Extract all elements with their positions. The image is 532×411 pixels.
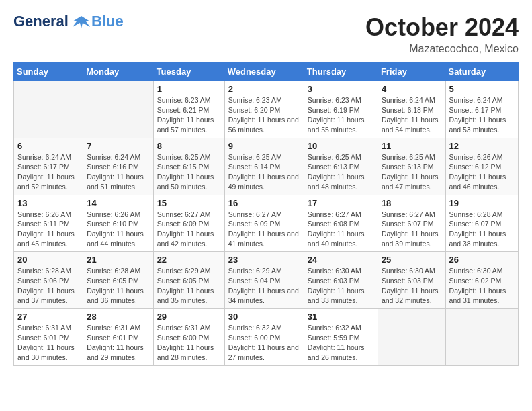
day-number: 19	[449, 198, 515, 208]
calendar-cell: 1 Sunrise: 6:23 AMSunset: 6:21 PMDayligh…	[153, 81, 224, 138]
calendar-cell: 3 Sunrise: 6:23 AMSunset: 6:19 PMDayligh…	[304, 81, 378, 138]
day-info: Sunrise: 6:25 AMSunset: 6:14 PMDaylight:…	[228, 152, 300, 192]
day-info: Sunrise: 6:25 AMSunset: 6:13 PMDaylight:…	[382, 152, 442, 192]
svg-marker-0	[73, 16, 90, 28]
calendar-cell: 18 Sunrise: 6:27 AMSunset: 6:07 PMDaylig…	[378, 195, 445, 252]
day-number: 5	[449, 84, 515, 94]
weekday-header-thursday: Thursday	[304, 62, 378, 81]
logo: General Blue	[13, 13, 124, 30]
day-number: 25	[382, 255, 442, 265]
calendar-cell: 29 Sunrise: 6:31 AMSunset: 6:00 PMDaylig…	[153, 309, 224, 366]
day-number: 31	[308, 312, 374, 322]
weekday-header-row: SundayMondayTuesdayWednesdayThursdayFrid…	[14, 62, 519, 81]
day-number: 28	[87, 312, 149, 322]
week-row-1: 1 Sunrise: 6:23 AMSunset: 6:21 PMDayligh…	[14, 81, 519, 138]
weekday-header-wednesday: Wednesday	[224, 62, 304, 81]
calendar-cell: 21 Sunrise: 6:28 AMSunset: 6:05 PMDaylig…	[83, 252, 153, 309]
day-info: Sunrise: 6:23 AMSunset: 6:19 PMDaylight:…	[308, 95, 374, 135]
day-info: Sunrise: 6:30 AMSunset: 6:02 PMDaylight:…	[449, 266, 515, 306]
day-number: 3	[308, 84, 374, 94]
day-info: Sunrise: 6:31 AMSunset: 6:00 PMDaylight:…	[157, 323, 221, 363]
calendar-cell: 10 Sunrise: 6:25 AMSunset: 6:13 PMDaylig…	[304, 138, 378, 195]
calendar-cell: 16 Sunrise: 6:27 AMSunset: 6:09 PMDaylig…	[224, 195, 304, 252]
day-number: 18	[382, 198, 442, 208]
calendar-cell: 5 Sunrise: 6:24 AMSunset: 6:17 PMDayligh…	[445, 81, 518, 138]
calendar-cell: 12 Sunrise: 6:26 AMSunset: 6:12 PMDaylig…	[445, 138, 518, 195]
calendar-cell	[378, 309, 445, 366]
weekday-header-sunday: Sunday	[14, 62, 83, 81]
day-info: Sunrise: 6:31 AMSunset: 6:01 PMDaylight:…	[17, 323, 79, 363]
day-info: Sunrise: 6:24 AMSunset: 6:17 PMDaylight:…	[17, 152, 79, 192]
day-info: Sunrise: 6:27 AMSunset: 6:09 PMDaylight:…	[157, 210, 221, 249]
day-number: 10	[308, 141, 374, 151]
day-number: 4	[382, 84, 442, 94]
day-number: 24	[308, 255, 374, 265]
day-info: Sunrise: 6:27 AMSunset: 6:09 PMDaylight:…	[228, 210, 300, 249]
day-number: 26	[449, 255, 515, 265]
day-number: 2	[228, 84, 300, 94]
calendar-cell: 26 Sunrise: 6:30 AMSunset: 6:02 PMDaylig…	[445, 252, 518, 309]
day-number: 7	[87, 141, 149, 151]
calendar-cell: 27 Sunrise: 6:31 AMSunset: 6:01 PMDaylig…	[14, 309, 83, 366]
day-number: 1	[157, 84, 221, 94]
calendar-cell	[445, 309, 518, 366]
calendar-cell: 6 Sunrise: 6:24 AMSunset: 6:17 PMDayligh…	[14, 138, 83, 195]
day-info: Sunrise: 6:28 AMSunset: 6:05 PMDaylight:…	[87, 266, 149, 306]
day-info: Sunrise: 6:24 AMSunset: 6:17 PMDaylight:…	[449, 95, 515, 135]
week-row-3: 13 Sunrise: 6:26 AMSunset: 6:11 PMDaylig…	[14, 195, 519, 252]
day-info: Sunrise: 6:29 AMSunset: 6:04 PMDaylight:…	[228, 266, 300, 306]
day-number: 6	[17, 141, 79, 151]
day-number: 20	[17, 255, 79, 265]
day-info: Sunrise: 6:25 AMSunset: 6:15 PMDaylight:…	[157, 152, 221, 192]
title-block: October 2024 Mazatecochco, Mexico	[365, 13, 519, 55]
calendar-cell: 24 Sunrise: 6:30 AMSunset: 6:03 PMDaylig…	[304, 252, 378, 309]
calendar-cell: 30 Sunrise: 6:32 AMSunset: 6:00 PMDaylig…	[224, 309, 304, 366]
day-number: 11	[382, 141, 442, 151]
calendar-cell: 8 Sunrise: 6:25 AMSunset: 6:15 PMDayligh…	[153, 138, 224, 195]
day-number: 29	[157, 312, 221, 322]
calendar-cell	[14, 81, 83, 138]
day-info: Sunrise: 6:32 AMSunset: 5:59 PMDaylight:…	[308, 323, 374, 363]
weekday-header-saturday: Saturday	[445, 62, 518, 81]
calendar-cell: 14 Sunrise: 6:26 AMSunset: 6:10 PMDaylig…	[83, 195, 153, 252]
day-number: 9	[228, 141, 300, 151]
calendar-cell: 20 Sunrise: 6:28 AMSunset: 6:06 PMDaylig…	[14, 252, 83, 309]
logo-blue: Blue	[91, 13, 124, 30]
week-row-5: 27 Sunrise: 6:31 AMSunset: 6:01 PMDaylig…	[14, 309, 519, 366]
day-info: Sunrise: 6:26 AMSunset: 6:11 PMDaylight:…	[17, 210, 79, 249]
day-info: Sunrise: 6:23 AMSunset: 6:20 PMDaylight:…	[228, 95, 300, 135]
calendar-cell: 15 Sunrise: 6:27 AMSunset: 6:09 PMDaylig…	[153, 195, 224, 252]
logo-bird-icon	[73, 15, 90, 30]
calendar-cell: 22 Sunrise: 6:29 AMSunset: 6:05 PMDaylig…	[153, 252, 224, 309]
weekday-header-friday: Friday	[378, 62, 445, 81]
month-title: October 2024	[365, 13, 519, 42]
day-info: Sunrise: 6:32 AMSunset: 6:00 PMDaylight:…	[228, 323, 300, 363]
day-info: Sunrise: 6:30 AMSunset: 6:03 PMDaylight:…	[382, 266, 442, 306]
day-info: Sunrise: 6:31 AMSunset: 6:01 PMDaylight:…	[87, 323, 149, 363]
day-number: 13	[17, 198, 79, 208]
calendar-cell: 2 Sunrise: 6:23 AMSunset: 6:20 PMDayligh…	[224, 81, 304, 138]
day-info: Sunrise: 6:30 AMSunset: 6:03 PMDaylight:…	[308, 266, 374, 306]
weekday-header-monday: Monday	[83, 62, 153, 81]
calendar-cell: 23 Sunrise: 6:29 AMSunset: 6:04 PMDaylig…	[224, 252, 304, 309]
calendar-cell: 31 Sunrise: 6:32 AMSunset: 5:59 PMDaylig…	[304, 309, 378, 366]
day-number: 17	[308, 198, 374, 208]
day-info: Sunrise: 6:28 AMSunset: 6:06 PMDaylight:…	[17, 266, 79, 306]
location-subtitle: Mazatecochco, Mexico	[365, 43, 519, 55]
day-info: Sunrise: 6:24 AMSunset: 6:16 PMDaylight:…	[87, 152, 149, 192]
day-info: Sunrise: 6:23 AMSunset: 6:21 PMDaylight:…	[157, 95, 221, 135]
day-info: Sunrise: 6:26 AMSunset: 6:12 PMDaylight:…	[449, 152, 515, 192]
day-number: 12	[449, 141, 515, 151]
calendar-cell: 28 Sunrise: 6:31 AMSunset: 6:01 PMDaylig…	[83, 309, 153, 366]
day-number: 8	[157, 141, 221, 151]
day-number: 30	[228, 312, 300, 322]
day-info: Sunrise: 6:29 AMSunset: 6:05 PMDaylight:…	[157, 266, 221, 306]
week-row-4: 20 Sunrise: 6:28 AMSunset: 6:06 PMDaylig…	[14, 252, 519, 309]
day-info: Sunrise: 6:27 AMSunset: 6:08 PMDaylight:…	[308, 210, 374, 249]
day-info: Sunrise: 6:24 AMSunset: 6:18 PMDaylight:…	[382, 95, 442, 135]
calendar-cell: 7 Sunrise: 6:24 AMSunset: 6:16 PMDayligh…	[83, 138, 153, 195]
day-info: Sunrise: 6:27 AMSunset: 6:07 PMDaylight:…	[382, 210, 442, 249]
day-info: Sunrise: 6:28 AMSunset: 6:07 PMDaylight:…	[449, 210, 515, 249]
day-number: 22	[157, 255, 221, 265]
calendar-cell: 25 Sunrise: 6:30 AMSunset: 6:03 PMDaylig…	[378, 252, 445, 309]
